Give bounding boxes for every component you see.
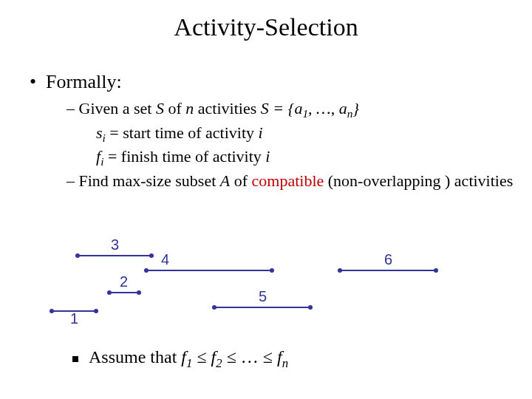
find-A: A (220, 171, 230, 190)
find-rest: (non-overlapping ) activities (324, 171, 513, 190)
given-of1: of (164, 99, 185, 117)
assume-dots: … (241, 347, 263, 366)
line-given: – Given a set S of n activities S = {a1,… (66, 99, 517, 120)
segment-6 (340, 270, 436, 271)
given-close: } (352, 99, 359, 117)
given-sub1: 1 (302, 107, 308, 120)
given-activities: activities (194, 99, 260, 117)
given-S: S (156, 99, 164, 117)
given-a1: a (294, 99, 302, 117)
given-S2: S (261, 99, 269, 117)
assume-subn: n (282, 356, 288, 370)
label-3: 3 (111, 236, 119, 253)
label-1: 1 (70, 310, 78, 327)
slide: Activity-Selection • Formally: – Given a… (0, 0, 532, 399)
assume-prefix: Assume that (89, 347, 181, 366)
activity-diagram: 1 2 3 4 5 6 (52, 236, 466, 340)
find-of: of (230, 171, 251, 190)
assume-leq2: ≤ (222, 347, 241, 366)
assume-line: Assume that f1 ≤ f2 ≤ … ≤ fn (89, 347, 288, 371)
line-fi: fi = finish time of activity i (96, 147, 517, 168)
finish-text: = finish time of activity (103, 147, 265, 166)
square-bullet-icon (72, 356, 78, 362)
start-i: i (259, 123, 263, 142)
given-dots: , …, (308, 99, 339, 117)
segment-4 (146, 270, 272, 271)
line-find: – Find max-size subset A of compatible (… (66, 171, 517, 191)
assume-fn: f (277, 347, 282, 366)
given-n: n (185, 99, 194, 117)
label-5: 5 (259, 288, 267, 305)
assume-leq1: ≤ (192, 347, 211, 366)
slide-body: • Formally: – Given a set S of n activit… (0, 41, 532, 191)
label-4: 4 (161, 251, 169, 268)
assume-sub2: 2 (216, 356, 222, 370)
formally-text: Formally: (46, 71, 122, 92)
given-an: a (339, 99, 347, 117)
start-text: = start time of activity (106, 123, 259, 142)
finish-i: i (265, 147, 270, 166)
segment-5 (214, 307, 310, 308)
assume-f1: f (181, 347, 186, 366)
given-prefix: – Given a set (66, 99, 156, 117)
slide-title: Activity-Selection (0, 0, 532, 41)
assume-leq3: ≤ (263, 347, 277, 366)
label-6: 6 (384, 251, 392, 268)
line-si: si = start time of activity i (96, 123, 517, 145)
segment-2 (109, 292, 139, 293)
label-2: 2 (120, 273, 128, 290)
find-prefix: – Find max-size subset (66, 171, 220, 190)
given-eq: = { (269, 99, 295, 117)
si-s: s (96, 123, 103, 142)
compatible-word: compatible (252, 171, 324, 190)
segment-3 (78, 255, 151, 256)
bullet-formally: • Formally: (30, 71, 517, 93)
